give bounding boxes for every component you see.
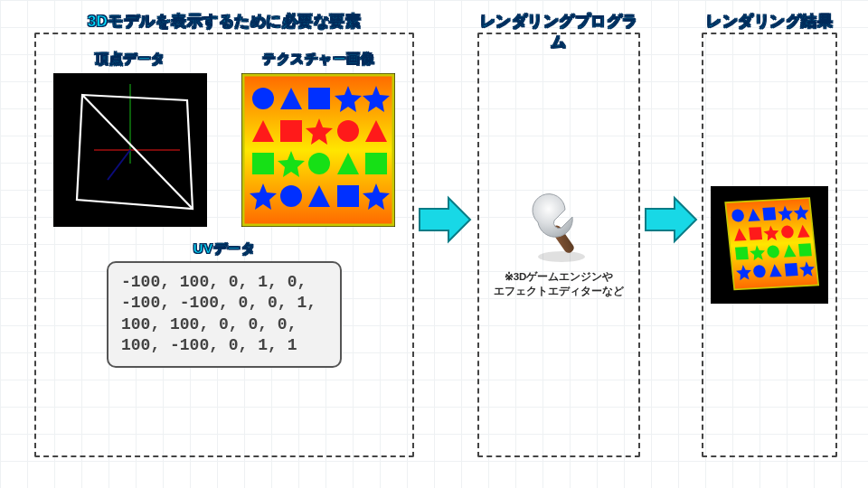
- svg-point-15: [337, 120, 359, 142]
- svg-rect-39: [749, 227, 762, 240]
- svg-point-7: [252, 88, 274, 109]
- svg-rect-9: [308, 88, 330, 109]
- svg-rect-13: [280, 120, 302, 142]
- panel-rendering-program: ※3Dゲームエンジンや エフェクトエディターなど: [477, 33, 640, 457]
- svg-rect-51: [785, 263, 798, 277]
- svg-marker-30: [646, 198, 696, 241]
- svg-point-19: [308, 153, 330, 174]
- section-title-result: レンダリング結果: [702, 11, 837, 32]
- thumbnail-texture-image: [241, 73, 395, 227]
- panel-required-elements: 頂点データ テクスチャー画像: [34, 33, 414, 457]
- uv-data-text: -100, 100, 0, 1, 0, -100, -100, 0, 0, 1,…: [107, 261, 342, 368]
- svg-point-28: [538, 251, 585, 262]
- program-footnote: ※3Dゲームエンジンや エフェクトエディターなど: [494, 269, 624, 298]
- arrow-icon: [644, 194, 700, 249]
- svg-marker-27: [420, 198, 470, 241]
- svg-rect-43: [735, 247, 749, 260]
- label-uv-data: UVデータ: [193, 240, 255, 258]
- thumbnail-vertex-data: [53, 73, 207, 227]
- arrow-icon: [418, 194, 474, 249]
- svg-rect-17: [252, 153, 274, 174]
- svg-point-23: [280, 185, 302, 207]
- svg-rect-35: [762, 207, 776, 221]
- thumbnail-render-result: [711, 186, 828, 304]
- wrench-icon: [522, 192, 596, 266]
- svg-rect-21: [365, 153, 387, 174]
- section-title-elements: 3Dモデルを表示するために必要な要素: [34, 11, 414, 32]
- svg-rect-47: [798, 243, 812, 257]
- label-vertex-data: 頂点データ: [95, 51, 165, 68]
- label-texture-image: テクスチャー画像: [262, 51, 374, 68]
- panel-rendering-result: [702, 33, 837, 457]
- svg-rect-25: [337, 185, 359, 207]
